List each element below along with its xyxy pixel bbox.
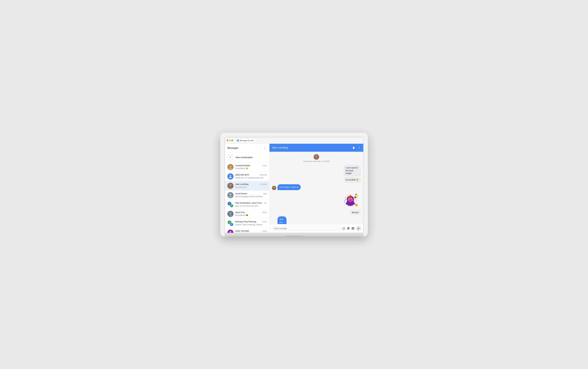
image-button[interactable] bbox=[351, 227, 355, 230]
svg-point-4 bbox=[229, 184, 231, 186]
conversation-item-amanda[interactable]: Amanda McNary 2 min No problem! 😊 bbox=[225, 162, 269, 172]
app-body: Messages ⋮ + New conversation bbox=[225, 144, 363, 233]
svg-line-43 bbox=[357, 197, 357, 201]
conv-top-amanda: Amanda McNary 2 min bbox=[235, 164, 267, 167]
message-row-see-you-soon: See you soon 10:34 AM bbox=[272, 216, 361, 224]
chat-input[interactable] bbox=[271, 226, 341, 231]
svg-point-19 bbox=[273, 187, 275, 188]
conv-top-phone2: (519) 729-5335 Feb 5 bbox=[235, 230, 267, 232]
browser-tab[interactable]: Messages for web bbox=[234, 139, 256, 142]
see-you-soon-group: See you soon 10:34 AM bbox=[277, 216, 294, 224]
conv-name-jake: Jake Leichtling bbox=[235, 183, 249, 185]
conv-preview-scott: We are heading to San Francisco bbox=[235, 196, 263, 198]
svg-rect-38 bbox=[356, 205, 357, 206]
bubble-party-tonight: I can't wait for the party tonight bbox=[343, 165, 361, 176]
svg-point-39 bbox=[354, 196, 356, 199]
laptop-frame: Messages for web Messages ⋮ + New conver… bbox=[220, 133, 368, 237]
conv-top-ray-jason: Ray Schwerdtner, Jason Tzou Tue bbox=[235, 202, 267, 204]
message-row-sent1: I can't wait for the party tonight So ex… bbox=[272, 165, 361, 183]
avatar-jake bbox=[227, 183, 233, 189]
fullscreen-button-mac[interactable] bbox=[231, 140, 233, 141]
conversation-item-ray-jason[interactable]: T J Ray Schwerdtner, Jason Tzou Tue Ray:… bbox=[225, 200, 269, 209]
conv-name-jason-cho: Jason Cho bbox=[235, 211, 245, 213]
close-button-mac[interactable] bbox=[227, 140, 228, 141]
more-options-button[interactable] bbox=[358, 146, 361, 149]
new-conversation-button[interactable]: + New conversation bbox=[225, 152, 269, 162]
conversation-item-phone1[interactable]: (650) 695-3875 12:44 PM Thank you. I'm h… bbox=[225, 172, 269, 181]
svg-point-28 bbox=[349, 199, 350, 199]
svg-point-31 bbox=[352, 199, 353, 201]
conv-top-phone1: (650) 695-3875 12:44 PM bbox=[235, 174, 267, 176]
conv-name-amanda: Amanda McNary bbox=[235, 164, 250, 167]
conv-content-birthday: Birthday Party Planning Feb 6 Jacinta: T… bbox=[235, 220, 267, 226]
conv-info-avatar bbox=[314, 154, 319, 160]
svg-line-42 bbox=[355, 198, 355, 201]
messages-favicon bbox=[237, 140, 239, 142]
laptop-base bbox=[225, 233, 364, 237]
svg-point-1 bbox=[229, 165, 231, 168]
svg-point-7 bbox=[229, 193, 231, 196]
conv-content-scott: Scott Fleener Wed We are heading to San … bbox=[235, 192, 267, 198]
conv-time-phone1: 12:44 PM bbox=[260, 174, 267, 176]
chat-main: Jake Leichtling bbox=[270, 144, 363, 233]
tab-label: Messages for web bbox=[240, 140, 253, 141]
svg-point-41 bbox=[355, 194, 357, 195]
sidebar-header: Messages ⋮ bbox=[225, 144, 269, 152]
conv-preview-jason-cho: No problem! 😎 bbox=[235, 214, 248, 216]
bubble-see-you-soon: See you soon bbox=[277, 216, 286, 224]
sticker-button[interactable] bbox=[347, 227, 350, 230]
conv-content-phone2: (519) 729-5335 Feb 5 Yes, I will contact… bbox=[235, 230, 267, 233]
conv-time-phone2: Feb 5 bbox=[262, 230, 267, 232]
conv-name-birthday: Birthday Party Planning bbox=[235, 220, 256, 223]
conv-content-jason-cho: Jason Cho Feb 6 No problem! 😎 bbox=[235, 211, 267, 217]
conv-time-jake: 10:34 AM bbox=[260, 183, 267, 185]
bubble-catch-up: Can't wait to catch up bbox=[277, 184, 301, 190]
conv-top-scott: Scott Fleener Wed bbox=[235, 192, 267, 195]
avatar-scott bbox=[227, 192, 233, 198]
conversation-item-jason-cho[interactable]: Jason Cho Feb 6 No problem! 😎 bbox=[225, 209, 269, 219]
avatar-amanda bbox=[227, 164, 233, 170]
conv-name-phone1: (650) 695-3875 bbox=[235, 174, 249, 176]
emoji-button[interactable] bbox=[342, 227, 346, 230]
party-sticker bbox=[341, 192, 359, 209]
browser-chrome: Messages for web bbox=[225, 137, 363, 144]
avatar-ray-jason: T J bbox=[227, 201, 233, 208]
conv-name-phone2: (519) 729-5335 bbox=[235, 230, 249, 232]
svg-point-16 bbox=[315, 155, 317, 157]
conv-name-scott: Scott Fleener bbox=[235, 192, 247, 195]
chat-header-actions bbox=[352, 146, 361, 149]
conversation-item-birthday[interactable]: J B Birthday Party Planning Feb 6 Jacint… bbox=[225, 219, 269, 228]
chat-header: Jake Leichtling bbox=[270, 144, 363, 152]
notifications-button[interactable] bbox=[352, 146, 355, 149]
bubble-group-sent: I can't wait for the party tonight So ex… bbox=[329, 165, 361, 183]
conv-top-jake: Jake Leichtling 10:34 AM bbox=[235, 183, 267, 185]
conversation-item-jake[interactable]: Jake Leichtling 10:34 AM See you soon bbox=[225, 181, 269, 190]
conv-info-text: Conversation with Jake • 10:15 AM bbox=[303, 160, 329, 162]
conv-top-jason-cho: Jason Cho Feb 6 bbox=[235, 211, 267, 213]
conv-preview-jake: See you soon bbox=[235, 186, 247, 188]
conv-content-amanda: Amanda McNary 2 min No problem! 😊 bbox=[235, 164, 267, 170]
chat-input-area bbox=[270, 224, 363, 233]
svg-rect-45 bbox=[345, 197, 346, 198]
minimize-button-mac[interactable] bbox=[229, 140, 231, 141]
svg-point-37 bbox=[356, 204, 357, 205]
svg-rect-46 bbox=[347, 195, 348, 196]
conv-time-scott: Wed bbox=[263, 193, 267, 195]
chat-messages: Conversation with Jake • 10:15 AM I can'… bbox=[270, 152, 363, 224]
chat-contact-name: Jake Leichtling bbox=[272, 146, 288, 149]
avatar-jason-cho bbox=[227, 211, 233, 217]
sidebar-more-button[interactable]: ⋮ bbox=[262, 146, 267, 150]
traffic-lights bbox=[227, 140, 233, 141]
laptop-screen: Messages for web Messages ⋮ + New conver… bbox=[225, 137, 364, 233]
avatar-phone2 bbox=[227, 229, 233, 233]
svg-point-34 bbox=[347, 205, 349, 206]
send-button[interactable] bbox=[356, 226, 361, 231]
conv-content-phone1: (650) 695-3875 12:44 PM Thank you. I'm h… bbox=[235, 174, 267, 179]
conversation-item-scott[interactable]: Scott Fleener Wed We are heading to San … bbox=[225, 190, 269, 200]
conv-time-ray-jason: Tue bbox=[264, 202, 267, 204]
avatar-phone1 bbox=[227, 173, 233, 180]
svg-point-10 bbox=[229, 212, 231, 214]
conversation-item-phone2[interactable]: (519) 729-5335 Feb 5 Yes, I will contact… bbox=[225, 228, 269, 233]
bubble-so-excited: So excited! 🙂 bbox=[344, 177, 361, 183]
new-conversation-label: New conversation bbox=[236, 156, 253, 159]
